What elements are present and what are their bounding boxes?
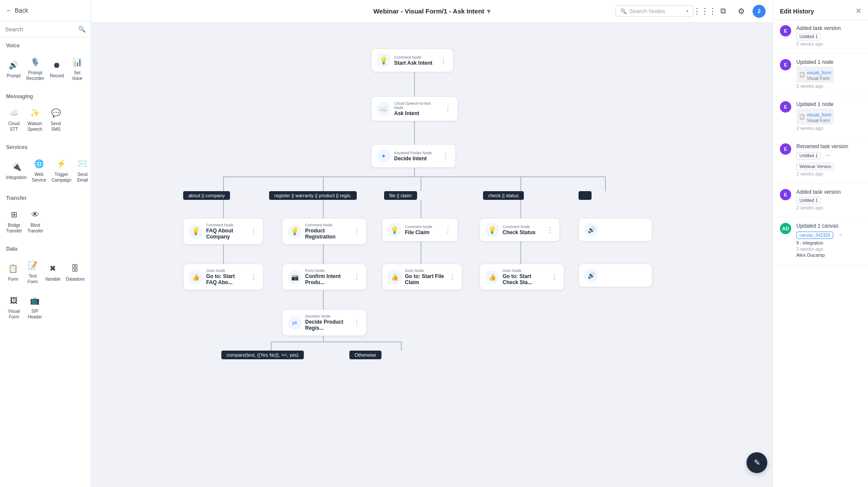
settings-icon-btn[interactable]: ⚙ (734, 4, 748, 18)
sidebar-item-trigger-campaign[interactable]: ⚡ Trigger Campaign (50, 155, 73, 186)
node-menu-goto-faq[interactable]: ⋮ (249, 272, 258, 282)
topbar-dropdown-icon[interactable]: ▾ (487, 7, 490, 15)
sidebar-item-form[interactable]: 📋 Form (4, 256, 22, 287)
node-goto-extra[interactable]: 🔊 (579, 264, 652, 287)
sidebar-item-send-email[interactable]: ✉️ Send Email (75, 155, 90, 186)
node-menu-faq[interactable]: ⋮ (249, 226, 258, 236)
sidebar-item-record[interactable]: ⏺ Record (48, 53, 66, 84)
node-type-ask-intent: Cloud Speech-to-text Node (394, 101, 440, 110)
node-name-check-status: Check Status (503, 229, 542, 235)
sidebar-item-set-voice[interactable]: 📊 Set Voice (68, 53, 86, 84)
node-confirm-product[interactable]: 📸 Form Node Confirm Intent Produ... ⋮ (282, 264, 367, 290)
node-menu-goto-check-status[interactable]: ⋮ (550, 272, 559, 282)
node-icon-goto-extra: 🔊 (584, 268, 598, 282)
sidebar-search-input[interactable] (5, 26, 76, 33)
node-start-ask-intent[interactable]: 💡 Comment Node Start Ask Intent ⋮ (371, 49, 454, 72)
node-goto-check-status[interactable]: 👍 Goto Node Go to: Start Check Sta... ⋮ (480, 264, 564, 290)
node-name-confirm-product: Confirm Intent Produ... (305, 273, 349, 285)
sidebar-search-box[interactable]: 🔍 (0, 21, 91, 37)
blind-transfer-icon: 👁 (29, 209, 41, 221)
history-close-icon[interactable]: ✕ (855, 7, 861, 15)
sidebar-item-variable[interactable]: ✖ Variable (43, 256, 62, 287)
topbar: Webinar - Visual Form/1 - Ask Intent ▾ 🔍… (91, 0, 773, 23)
history-link-vf1[interactable]: visual_form (807, 70, 831, 75)
node-menu-ask-intent[interactable]: ⋮ (444, 104, 452, 114)
history-link-vf2[interactable]: visual_form (807, 112, 831, 117)
node-goto-file-claim[interactable]: 👍 Goto Node Go to: Start File Claim ⋮ (382, 264, 462, 290)
form-label: Form (8, 276, 18, 282)
history-entry-4: E Renamed task version Untitled 1 → Webi… (773, 138, 868, 184)
grid-icon-btn[interactable]: ⋮⋮⋮ (698, 4, 712, 18)
prompt-recorder-icon: 🎙️ (29, 56, 41, 69)
node-product-registration[interactable]: 💡 Comment Node Product Registration ⋮ (282, 218, 367, 245)
node-icon-faq: 💡 (189, 225, 203, 239)
node-faq-about-company[interactable]: 💡 Comment Node FAQ About Company ⋮ (183, 218, 263, 245)
node-menu-decide-intent[interactable]: ⋮ (441, 151, 450, 161)
node-menu-goto-file-claim[interactable]: ⋮ (448, 272, 457, 282)
sidebar-item-sip-header[interactable]: 📺 SIP Header (25, 292, 44, 322)
branch-label-check-status: check || status (483, 191, 524, 200)
history-icon-form: 📋 (799, 72, 805, 77)
prompt-label: Prompt (7, 73, 20, 79)
node-type-file-claim: Comment Node (405, 225, 440, 229)
section-transfer-grid: ⊞ Bridge Transfer 👁 Blind Transfer (0, 204, 91, 241)
variable-label: Variable (45, 276, 61, 282)
node-goto-faq[interactable]: 👍 Goto Node Go to: Start FAQ Abo... ⋮ (183, 264, 263, 290)
node-decide-intent[interactable]: ✦ Keyword Finder Node Decide Intent ⋮ (371, 144, 456, 168)
node-extra[interactable]: 🔊 (579, 218, 652, 242)
variable-icon: ✖ (47, 263, 59, 275)
node-name-decide-intent: Decide Intent (394, 156, 438, 162)
node-menu-confirm-product[interactable]: ⋮ (352, 272, 361, 282)
node-name-goto-faq: Go to: Start FAQ Abo... (206, 273, 246, 285)
sidebar-item-web-service[interactable]: 🌐 Web Service (30, 155, 48, 186)
history-avatar-3: E (780, 101, 791, 113)
section-transfer-title: Transfer (0, 190, 91, 204)
search-nodes-box[interactable]: 🔍 Search Nodes ▾ (615, 5, 694, 17)
history-sub-vf2: Visual Form (807, 118, 831, 123)
node-type-check-status: Comment Node (503, 225, 542, 229)
history-header: Edit History ✕ (773, 0, 868, 20)
canvas[interactable]: 💡 Comment Node Start Ask Intent ⋮ ☁️ Clo… (91, 23, 773, 487)
node-type-decide-product-reg: Decision Node (305, 314, 349, 318)
sidebar-item-watson-speech[interactable]: ✨ Watson Speech (25, 104, 44, 135)
node-menu-file-claim[interactable]: ⋮ (444, 225, 452, 235)
node-ask-intent[interactable]: ☁️ Cloud Speech-to-text Node Ask Intent … (371, 96, 458, 121)
sidebar-item-integration[interactable]: 🔌 Integration (4, 155, 28, 186)
history-icon-form2: 📋 (799, 114, 805, 119)
node-menu-check-status[interactable]: ⋮ (546, 225, 554, 235)
node-file-claim[interactable]: 💡 Comment Node File Claim ⋮ (382, 218, 458, 242)
sidebar-item-visual-form[interactable]: 🖼 Visual Form (4, 292, 23, 322)
fab-button[interactable]: ✎ (746, 452, 767, 473)
search-nodes-placeholder: Search Nodes (629, 8, 665, 14)
history-entry-5: E Added task version Untitled 1 2 weeks … (773, 184, 868, 218)
node-type-confirm-product: Form Node (305, 268, 349, 273)
sidebar-item-prompt-recorder[interactable]: 🎙️ Prompt Recorder (25, 53, 46, 84)
sidebar-item-datastore[interactable]: 🗄 Datastore (64, 256, 86, 287)
sidebar-item-bridge-transfer[interactable]: ⊞ Bridge Transfer (4, 205, 24, 236)
history-entry-6: AD Updated 1 canvas canvas_542326 → 9 - … (773, 218, 868, 265)
node-icon-ask-intent: ☁️ (377, 102, 391, 116)
sidebar-item-send-sms[interactable]: 💬 Send SMS (46, 104, 66, 135)
set-voice-label: Set Voice (69, 70, 85, 81)
node-decide-product-reg[interactable]: ⇄ Decision Node Decide Product Regis... … (282, 309, 367, 336)
history-time-4: 2 weeks ago (796, 171, 861, 176)
history-time-5: 2 weeks ago (796, 205, 841, 210)
history-badge-untitled1c: Untitled 1 (796, 197, 821, 204)
node-check-status[interactable]: 💡 Comment Node Check Status ⋮ (480, 218, 560, 242)
history-avatar-4: E (780, 143, 791, 155)
history-avatar-2: E (780, 59, 791, 70)
node-menu-product-reg[interactable]: ⋮ (352, 226, 361, 236)
back-button[interactable]: ← Back (0, 0, 91, 21)
sip-header-label: SIP Header (27, 308, 43, 320)
sidebar-item-prompt[interactable]: 🔊 Prompt (4, 53, 23, 84)
sidebar-item-text-form[interactable]: 📝 Text Form (24, 256, 42, 287)
node-menu-decide-product-reg[interactable]: ⋮ (352, 318, 361, 328)
layout-icon-btn[interactable]: ⧉ (716, 4, 730, 18)
history-time-6: 2 weeks ago (796, 246, 861, 252)
node-name-product-reg: Product Registration (305, 228, 349, 240)
history-badge-webinar: Webinar Version (796, 163, 834, 170)
visual-form-icon: 🖼 (8, 295, 20, 307)
sidebar-item-cloud-stt[interactable]: ☁️ Cloud STT (4, 104, 23, 135)
sidebar-item-blind-transfer[interactable]: 👁 Blind Transfer (26, 205, 45, 236)
node-menu-start-ask-intent[interactable]: ⋮ (439, 56, 448, 66)
